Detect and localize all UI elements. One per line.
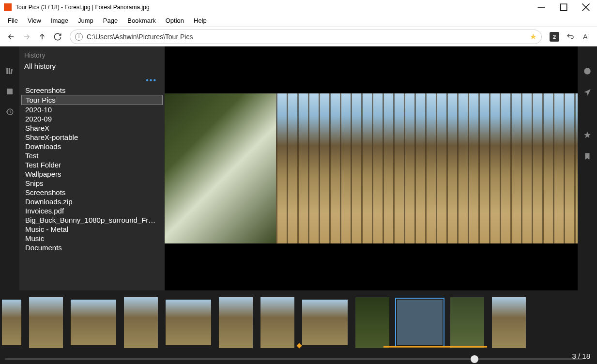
menu-bookmark[interactable]: Bookmark xyxy=(122,16,161,25)
titlebar: Tour Pics (3 / 18) - Forest.jpg | Forest… xyxy=(0,0,597,15)
svg-rect-6 xyxy=(10,69,13,74)
reload-button[interactable] xyxy=(50,30,65,44)
thumbnail[interactable] xyxy=(71,300,116,345)
thumbnail[interactable] xyxy=(2,300,21,345)
history-item[interactable]: Documents xyxy=(21,243,163,252)
main-area: History All history ••• ScreenshotsTour … xyxy=(0,46,597,290)
image-pair xyxy=(165,93,578,243)
toolbar: i C:\Users\Ashwin\Pictures\Tour Pics ★ 2… xyxy=(0,27,597,46)
address-bar[interactable]: i C:\Users\Ashwin\Pictures\Tour Pics ★ xyxy=(70,30,542,44)
svg-rect-1 xyxy=(560,4,567,11)
app-icon xyxy=(4,3,12,11)
history-item[interactable]: Tour Pics xyxy=(21,95,163,105)
address-path: C:\Users\Ashwin\Pictures\Tour Pics xyxy=(87,33,530,41)
history-panel: History All history ••• ScreenshotsTour … xyxy=(19,46,165,290)
progress-indicator xyxy=(383,346,487,348)
return-button[interactable] xyxy=(563,30,578,44)
history-item[interactable]: ShareX xyxy=(21,123,163,133)
history-item[interactable]: ShareX-portable xyxy=(21,133,163,142)
effects-icon[interactable] xyxy=(582,108,593,119)
history-item[interactable]: Invoices.pdf xyxy=(21,206,163,215)
menu-view[interactable]: View xyxy=(23,16,46,25)
history-item[interactable]: Test Folder xyxy=(21,160,163,169)
bottom-bar: 3 / 18 xyxy=(0,354,597,364)
thumbnail[interactable] xyxy=(355,297,389,348)
thumbnail[interactable] xyxy=(302,300,348,345)
rating-icon[interactable] xyxy=(582,130,593,140)
back-button[interactable] xyxy=(4,30,18,44)
svg-point-9 xyxy=(584,68,591,75)
navigate-icon[interactable] xyxy=(582,87,593,98)
image-left xyxy=(165,93,276,243)
svg-rect-7 xyxy=(7,89,13,94)
history-item[interactable]: Test xyxy=(21,151,163,160)
history-all[interactable]: All history xyxy=(21,60,163,72)
history-icon[interactable] xyxy=(4,106,15,117)
history-item[interactable]: 2020-10 xyxy=(21,105,163,114)
image-right xyxy=(276,93,578,243)
page-slider[interactable] xyxy=(5,358,582,360)
window-title: Tour Pics (3 / 18) - Forest.jpg | Forest… xyxy=(15,4,150,11)
thumbnail[interactable] xyxy=(450,297,484,348)
up-button[interactable] xyxy=(35,30,49,44)
history-item[interactable]: Screenshots xyxy=(21,188,163,197)
svg-rect-5 xyxy=(9,68,10,74)
info-icon[interactable]: i xyxy=(75,33,83,41)
thumbnail[interactable] xyxy=(29,297,63,348)
history-item[interactable]: Downloads xyxy=(21,142,163,151)
history-item[interactable]: Music xyxy=(21,234,163,243)
menu-jump[interactable]: Jump xyxy=(73,16,98,25)
page-indicator: 3 / 18 xyxy=(572,352,590,360)
history-item[interactable]: Downloads.zip xyxy=(21,197,163,206)
menu-option[interactable]: Option xyxy=(161,16,189,25)
history-header: History xyxy=(21,50,163,60)
font-size-button[interactable]: Aˆ xyxy=(579,30,593,44)
pagelist-icon[interactable] xyxy=(4,86,15,97)
history-item[interactable]: Music - Metal xyxy=(21,225,163,234)
star-icon[interactable]: ★ xyxy=(530,32,536,41)
pages-badge[interactable]: 2 xyxy=(550,32,559,42)
history-item[interactable]: Snips xyxy=(21,179,163,188)
menubar: File View Image Jump Page Bookmark Optio… xyxy=(0,15,597,27)
window-controls xyxy=(530,0,597,15)
image-viewer[interactable] xyxy=(165,46,578,290)
history-list: ScreenshotsTour Pics2020-102020-09ShareX… xyxy=(21,86,163,252)
history-item[interactable]: Screenshots xyxy=(21,86,163,95)
menu-help[interactable]: Help xyxy=(189,16,212,25)
history-item[interactable]: Big_Buck_Bunny_1080p_surround_Fros... xyxy=(21,215,163,225)
menu-image[interactable]: Image xyxy=(46,16,73,25)
thumbnail[interactable] xyxy=(219,297,253,348)
file-info-icon[interactable] xyxy=(582,66,593,76)
thumbnail-strip[interactable] xyxy=(0,290,597,354)
bookshelf-icon[interactable] xyxy=(4,66,15,76)
maximize-button[interactable] xyxy=(552,0,575,15)
forward-button[interactable] xyxy=(19,30,34,44)
menu-file[interactable]: File xyxy=(3,16,23,25)
menu-page[interactable]: Page xyxy=(98,16,122,25)
svg-rect-4 xyxy=(6,68,8,74)
right-rail xyxy=(578,46,597,290)
history-item[interactable]: 2020-09 xyxy=(21,114,163,123)
bookmark-icon[interactable] xyxy=(582,151,593,162)
minimize-button[interactable] xyxy=(530,0,552,15)
thumbnail-selected[interactable] xyxy=(397,300,443,345)
history-item[interactable]: Wallpapers xyxy=(21,169,163,179)
history-more-button[interactable]: ••• xyxy=(21,75,163,86)
position-marker xyxy=(296,343,302,349)
left-rail xyxy=(0,46,19,290)
thumbnail[interactable] xyxy=(124,297,158,348)
thumbnail[interactable] xyxy=(166,300,211,345)
thumbnail[interactable] xyxy=(492,297,526,348)
slider-thumb[interactable] xyxy=(471,355,478,363)
close-button[interactable] xyxy=(575,0,597,15)
thumbnail[interactable] xyxy=(260,297,294,348)
